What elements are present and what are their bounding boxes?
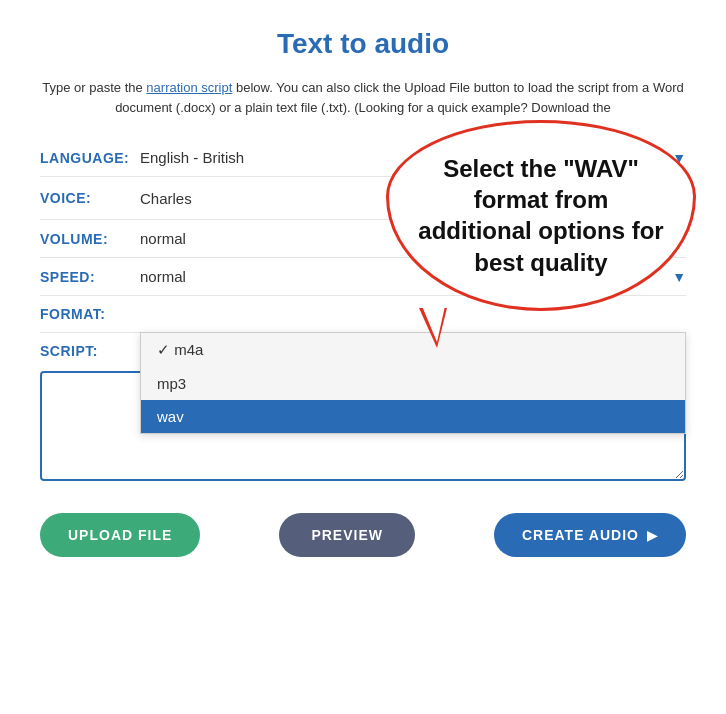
speed-label: SPEED: [40, 269, 140, 285]
bottom-buttons: UPLOAD FILE PREVIEW CREATE AUDIO [0, 491, 726, 557]
voice-label: VOICE: [40, 190, 140, 206]
speed-dropdown-icon[interactable]: ▼ [672, 269, 686, 285]
format-label: FORMAT: [40, 306, 140, 322]
page-description: Type or paste the narration script below… [0, 78, 726, 117]
page-title: Text to audio [0, 0, 726, 78]
preview-button[interactable]: PREVIEW [279, 513, 415, 557]
format-option-mp3[interactable]: mp3 [141, 367, 685, 400]
format-option-wav[interactable]: wav [141, 400, 685, 433]
script-label: SCRIPT: [40, 343, 140, 359]
language-label: LANGUAGE: [40, 150, 140, 166]
format-dropdown[interactable]: m4a mp3 wav [140, 332, 686, 434]
format-option-m4a[interactable]: m4a [141, 333, 685, 367]
create-audio-button[interactable]: CREATE AUDIO [494, 513, 686, 557]
tooltip-text: Select the "WAV" format from additional … [418, 155, 663, 276]
upload-file-button[interactable]: UPLOAD FILE [40, 513, 200, 557]
volume-label: VOLUME: [40, 231, 140, 247]
narration-script-link[interactable]: narration script [146, 80, 232, 95]
